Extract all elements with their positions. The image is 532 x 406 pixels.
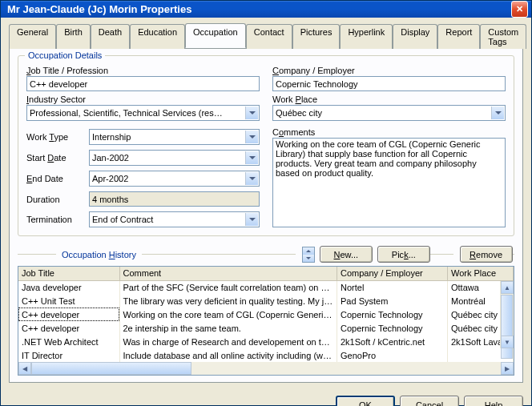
table-cell: Part of the SFC (Service fault correlati… <box>119 280 337 294</box>
table-row[interactable]: IT DirectorInclude database and all onli… <box>18 348 514 362</box>
remove-button[interactable]: Remove <box>460 246 513 263</box>
scroll-left-icon[interactable]: ◀ <box>18 362 31 375</box>
company-input[interactable] <box>272 76 506 91</box>
table-row[interactable]: C++ Unit TestThe library was very defici… <box>18 294 514 308</box>
tabstrip: General Birth Death Education Occupation… <box>9 24 523 49</box>
history-legend: Occupation History <box>56 250 142 259</box>
spin-up-icon[interactable] <box>303 247 314 255</box>
table-cell: The library was very deficient in qualit… <box>119 294 337 308</box>
table-cell: Copernic Technology <box>337 308 448 321</box>
ok-button[interactable]: OK <box>336 396 395 406</box>
occupation-panel: Occupation Details Job Title / Professio… <box>9 48 523 383</box>
termination-label: Termination <box>26 215 89 224</box>
industry-label: Industry Sector <box>26 94 260 104</box>
table-cell: C++ Unit Test <box>18 294 119 308</box>
chevron-down-icon[interactable] <box>245 213 258 226</box>
worktype-label: Work Type <box>26 132 89 142</box>
tab-display[interactable]: Display <box>393 24 437 49</box>
occupation-details-group: Occupation Details Job Title / Professio… <box>18 55 514 236</box>
industry-value: Professional, Scientific, Technical Serv… <box>30 108 244 118</box>
table-cell: 2k1Soft / kCentric.net <box>337 335 448 348</box>
table-cell: 2e intership in the same team. <box>119 321 337 335</box>
history-header: Occupation History New... Pick... Remove <box>18 246 514 263</box>
table-cell: C++ developer <box>18 321 119 335</box>
dialog-footer: OK Cancel Help <box>1 389 531 406</box>
tab-report[interactable]: Report <box>437 24 480 49</box>
table-row[interactable]: Java developerPart of the SFC (Service f… <box>18 280 514 294</box>
table-row[interactable]: .NET Web ArchitectWas in charge of Resea… <box>18 335 514 348</box>
window-body: General Birth Death Education Occupation… <box>1 18 531 389</box>
col-company[interactable]: Company / Employer <box>337 267 448 280</box>
close-button[interactable]: ✕ <box>511 1 528 18</box>
help-button[interactable]: Help <box>464 396 523 406</box>
tab-occupation[interactable]: Occupation <box>185 23 246 48</box>
table-cell: Pad System <box>337 294 448 308</box>
chevron-down-icon[interactable] <box>245 172 258 185</box>
pick-button[interactable]: Pick... <box>377 246 430 263</box>
col-comment[interactable]: Comment <box>119 267 337 280</box>
vertical-scrollbar[interactable]: ▲ ▼ <box>500 281 513 348</box>
job-title-input[interactable] <box>26 76 260 91</box>
startdate-value: Jan-2002 <box>92 153 244 163</box>
chevron-down-icon[interactable] <box>491 107 504 119</box>
horizontal-scrollbar[interactable]: ◀ ▶ <box>18 362 514 375</box>
duration-label: Duration <box>26 195 89 204</box>
scroll-right-icon[interactable]: ▶ <box>501 362 514 375</box>
window-title: Mr Jean-Claude (Jc) Morin Properties <box>7 3 511 15</box>
scroll-thumb[interactable] <box>501 295 513 359</box>
tab-hyperlink[interactable]: Hyperlink <box>340 24 393 49</box>
termination-value: End of Contract <box>92 215 244 224</box>
titlebar: Mr Jean-Claude (Jc) Morin Properties ✕ <box>1 1 531 18</box>
spin-down-icon[interactable] <box>303 255 314 262</box>
scroll-down-icon[interactable]: ▼ <box>501 336 514 348</box>
duration-field <box>89 191 260 207</box>
table-cell: .NET Web Architect <box>18 335 119 348</box>
chevron-down-icon[interactable] <box>245 107 258 119</box>
table-cell: Java developer <box>18 280 119 294</box>
table-row[interactable]: C++ developerWorking on the core team of… <box>18 308 514 321</box>
table-cell: Working on the core team of CGL (Coperni… <box>119 308 337 321</box>
cancel-button[interactable]: Cancel <box>400 396 459 406</box>
col-workplace[interactable]: Work Place <box>448 267 514 280</box>
tab-pictures[interactable]: Pictures <box>292 24 341 49</box>
comments-label: Comments <box>272 127 506 137</box>
details-legend: Occupation Details <box>25 50 105 60</box>
workplace-value: Québec city <box>276 108 490 118</box>
job-title-label: Job Title / Profession <box>26 66 260 75</box>
table-cell: Was in charge of Research and developeme… <box>119 335 337 348</box>
table-cell: GenoPro <box>337 348 448 362</box>
table-cell: Nortel <box>337 280 448 294</box>
startdate-combo[interactable]: Jan-2002 <box>89 150 260 166</box>
history-table-wrap: Job Title Comment Company / Employer Wor… <box>18 266 514 376</box>
chevron-down-icon[interactable] <box>245 151 258 164</box>
tab-custom-tags[interactable]: Custom Tags <box>480 24 526 49</box>
workplace-label: Work Place <box>272 94 506 104</box>
new-button[interactable]: New... <box>320 246 373 263</box>
enddate-value: Apr-2002 <box>92 174 244 183</box>
tab-general[interactable]: General <box>9 24 56 49</box>
chevron-down-icon[interactable] <box>245 131 258 143</box>
company-label: Company / Employer <box>272 66 506 75</box>
tab-birth[interactable]: Birth <box>56 24 91 49</box>
table-row[interactable]: C++ developer2e intership in the same te… <box>18 321 514 335</box>
tab-education[interactable]: Education <box>130 24 185 49</box>
worktype-value: Internship <box>92 132 244 142</box>
history-grid[interactable]: Job Title Comment Company / Employer Wor… <box>18 267 514 362</box>
hscroll-thumb[interactable] <box>31 362 191 375</box>
tab-death[interactable]: Death <box>91 24 130 49</box>
workplace-combo[interactable]: Québec city <box>272 105 506 121</box>
order-spinner[interactable] <box>302 247 315 263</box>
enddate-label: End Date <box>26 174 89 183</box>
properties-window: Mr Jean-Claude (Jc) Morin Properties ✕ G… <box>0 0 532 406</box>
startdate-label: Start Date <box>26 153 89 163</box>
col-job-title[interactable]: Job Title <box>18 267 119 280</box>
table-cell: IT Director <box>18 348 119 362</box>
termination-combo[interactable]: End of Contract <box>89 211 260 227</box>
tab-contact[interactable]: Contact <box>246 24 292 49</box>
table-cell: Copernic Technology <box>337 321 448 335</box>
industry-combo[interactable]: Professional, Scientific, Technical Serv… <box>26 105 260 121</box>
worktype-combo[interactable]: Internship <box>89 129 260 145</box>
enddate-combo[interactable]: Apr-2002 <box>89 171 260 187</box>
comments-textarea[interactable] <box>272 138 506 227</box>
scroll-up-icon[interactable]: ▲ <box>501 281 514 294</box>
